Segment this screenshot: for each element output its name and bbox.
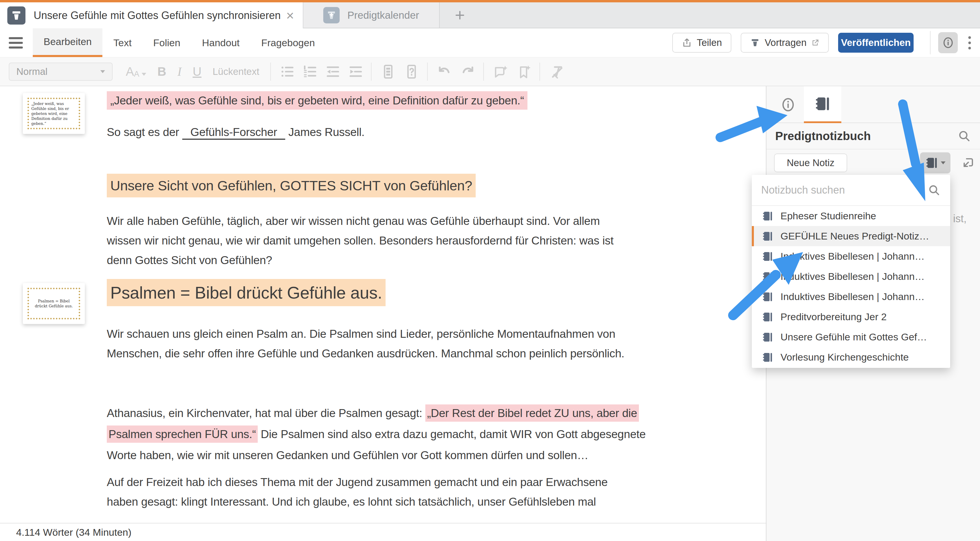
hamburger-menu-icon[interactable] [9, 36, 24, 50]
highlighted-heading: Unsere Sicht von Gefühlen, GOTTES SICHT … [107, 174, 476, 197]
nav-item-folien[interactable]: Folien [142, 29, 191, 57]
editor-canvas[interactable]: „Jeder weiß, was Gefühle sind, bis er ge… [0, 86, 766, 523]
popup-search-row [752, 175, 950, 206]
tab-predigtkalender[interactable]: Predigtkalender [303, 2, 440, 28]
highlighted-heading: Psalmen = Bibel drückt Gefühle aus. [107, 279, 385, 306]
outdent-button[interactable] [325, 64, 340, 79]
text-line: Worte haben, wie wir mit unseren Gedanke… [107, 445, 646, 466]
font-size-large-letter: A [126, 65, 134, 79]
ai-comment-button[interactable] [493, 64, 508, 79]
notebook-search-input[interactable] [761, 184, 928, 196]
info-icon [780, 97, 796, 113]
new-note-button[interactable]: Neue Notiz [774, 154, 847, 172]
panel-search-icon[interactable] [957, 129, 971, 143]
tab-title: Predigtkalender [347, 10, 419, 21]
font-size-button[interactable]: A A [126, 65, 146, 79]
formatting-toolbar: Normal A A B I U Lückentext [0, 57, 980, 86]
slide-block-button[interactable] [380, 64, 396, 79]
new-tab-button[interactable] [448, 2, 472, 28]
undo-button[interactable] [436, 64, 452, 79]
pulpit-icon [750, 38, 760, 48]
share-button[interactable]: Teilen [672, 33, 731, 52]
notebook-icon [925, 156, 939, 170]
popout-icon[interactable] [961, 156, 975, 170]
nav-item-handout[interactable]: Handout [191, 29, 250, 57]
underline-button[interactable]: U [192, 65, 201, 79]
paragraph-style-value: Normal [16, 66, 48, 77]
notebook-icon [762, 210, 773, 222]
chevron-down-icon [100, 70, 105, 73]
slide-text: „Jeder weiß, was Gefühle sind, bis er ge… [29, 101, 79, 126]
notebook-select-button[interactable] [920, 152, 950, 173]
slide-thumbnail-1[interactable]: „Jeder weiß, was Gefühle sind, bis er ge… [23, 93, 85, 134]
question-block-button[interactable] [404, 64, 420, 79]
external-link-icon [811, 39, 819, 47]
bullet-list-button[interactable] [280, 64, 295, 79]
notebook-icon [762, 291, 773, 303]
notebook-name: Induktives Bibellesen | Johann… [781, 271, 925, 282]
header-actions: Teilen Vortragen Veröffentlichen [672, 29, 980, 57]
search-icon [928, 183, 941, 197]
paragraph-3: Wir alle haben Gefühle, täglich, aber wi… [107, 211, 613, 270]
notebook-name: Induktives Bibellesen | Johann… [781, 251, 925, 262]
notebook-icon [762, 352, 773, 363]
section-heading-1: Unsere Sicht von Gefühlen, GOTTES SICHT … [107, 178, 476, 194]
panel-toolbar: Neue Notiz [767, 149, 980, 176]
paragraph-4: Wir schauen uns gleich einen Psalm an. D… [107, 324, 624, 363]
notebook-list-item[interactable]: Induktives Bibellesen | Johann… [752, 287, 950, 307]
italic-button[interactable]: I [177, 65, 181, 79]
slide-frame: „Jeder weiß, was Gefühle sind, bis er ge… [27, 98, 80, 129]
present-label: Vortragen [765, 37, 807, 48]
plus-icon [454, 10, 465, 21]
notebook-icon [762, 271, 773, 282]
obscured-note-text: ist, [953, 213, 967, 225]
cloze-blank-word[interactable]: Gefühls-Forscher [182, 126, 285, 140]
main-nav: Bearbeiten Text Folien Handout Frageboge… [33, 29, 326, 57]
publish-button[interactable]: Veröffentlichen [838, 33, 913, 52]
top-accent-bar [0, 0, 980, 2]
paragraph-style-select[interactable]: Normal [9, 63, 113, 81]
notebook-list-item[interactable]: Epheser Studienreihe [752, 206, 950, 226]
text-line: haben gesagt: klingt Interessant. Und ic… [107, 492, 608, 511]
redo-button[interactable] [460, 64, 476, 79]
tab-active-sermon[interactable]: Unsere Gefühle mit Gottes Gefühlen synch… [0, 2, 303, 29]
text-line: Menschen, die sehr offen ihre Gefühle un… [107, 344, 624, 363]
notebook-list-item[interactable]: Induktives Bibellesen | Johann… [752, 267, 950, 287]
panel-tab-notebook[interactable] [804, 86, 842, 123]
share-icon [682, 37, 692, 48]
ai-bookmark-button[interactable] [516, 64, 532, 79]
text-run: Die Psalmen sind also extra dazu gemacht… [258, 428, 646, 440]
notebook-list-item[interactable]: Preditvorbereitung Jer 2 [752, 307, 950, 327]
cloze-button[interactable]: Lückentext [213, 66, 259, 77]
nav-item-text[interactable]: Text [102, 29, 142, 57]
attribution-paragraph: So sagt es der Gefühls-Forscher James Ru… [107, 126, 364, 140]
status-bar: 4.114 Wörter (34 Minuten) [0, 523, 766, 541]
text-run: So sagt es der [107, 126, 179, 138]
notebook-list-item[interactable]: Vorlesung Kirchengeschichte [752, 347, 950, 367]
nav-item-bearbeiten[interactable]: Bearbeiten [33, 29, 102, 57]
notebook-icon [762, 331, 773, 343]
panel-tab-info[interactable] [774, 86, 802, 123]
slide-frame: Psalmen = Bibel drückt Gefühle aus. [27, 288, 80, 319]
notebook-list-item-selected[interactable]: GEFÜHLE Neues Predigt-Notiz… [752, 226, 950, 246]
info-button[interactable] [938, 32, 958, 53]
notebook-name: Preditvorbereitung Jer 2 [781, 311, 887, 322]
panel-header: Predigtnotizbuch [767, 123, 980, 149]
text-run: James Russell. [288, 126, 364, 138]
kebab-menu-icon[interactable] [963, 32, 976, 53]
notebook-list-item[interactable]: Unsere Gefühle mit Gottes Gef… [752, 327, 950, 347]
section-heading-2: Psalmen = Bibel drückt Gefühle aus. [107, 283, 385, 302]
notebook-icon [814, 95, 831, 112]
panel-tab-strip [767, 86, 980, 123]
numbered-list-button[interactable] [302, 64, 318, 79]
indent-button[interactable] [348, 64, 363, 79]
chevron-down-icon [142, 73, 146, 76]
bold-button[interactable]: B [158, 65, 166, 79]
present-button[interactable]: Vortragen [741, 33, 829, 52]
slide-thumbnail-2[interactable]: Psalmen = Bibel drückt Gefühle aus. [23, 283, 85, 324]
clear-formatting-button[interactable] [549, 64, 565, 79]
notebook-name: Epheser Studienreihe [781, 210, 876, 222]
tab-close-icon[interactable]: × [286, 9, 294, 22]
notebook-list-item[interactable]: Induktives Bibellesen | Johann… [752, 246, 950, 267]
nav-item-fragebogen[interactable]: Fragebogen [250, 29, 326, 57]
